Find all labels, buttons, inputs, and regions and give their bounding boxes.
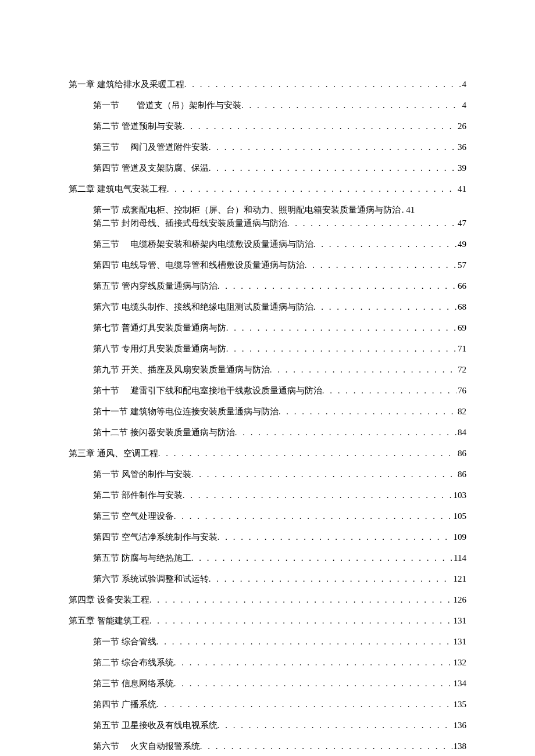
toc-title: 第十节 避雷引下线和配电室接地干线敷设质量通病与防治 [93,385,322,397]
toc-title: 第十一节 建筑物等电位连接安装质量通病与防治 [93,406,279,418]
toc-title: 第二节 综合布线系统 [93,657,174,669]
toc-page-number: 121 [452,573,467,585]
toc-page-number: 126 [452,594,467,606]
toc-leader-dots [217,719,452,732]
toc-page-number: 109 [452,531,467,543]
toc-leader-dots [217,280,456,292]
toc-leader-dots [209,141,456,153]
toc-page-number: 66 [456,280,466,292]
toc-page-number: 76 [456,385,466,397]
toc-title: 第二节 管道预制与安装 [93,120,183,132]
toc-title: 第五节 卫星接收及有线电视系统 [93,719,217,732]
toc-title: 第四节 电线导管、电缆导管和线槽敷设质量通病与防治 [93,259,305,271]
toc-leader-dots [313,301,456,313]
toc-title: 第一章 建筑给排水及采暖工程 [69,78,184,91]
toc-entry: 第四节 空气洁净系统制作与安装109 [93,531,466,543]
toc-leader-dots [313,238,456,250]
toc-title: 第七节 普通灯具安装质量通病与防 [93,322,226,334]
toc-leader-dots [149,594,452,606]
toc-entry: 第五节 卫星接收及有线电视系统136 [93,719,466,732]
toc-leader-dots [217,531,452,543]
toc-page-number: 135 [452,698,467,711]
toc-leader-dots [200,740,452,753]
toc-page-number: 71 [456,343,466,355]
toc-page-number: 114 [452,552,466,564]
toc-page-number: 49 [456,238,466,250]
toc-entry: 第十一节 建筑物等电位连接安装质量通病与防治82 [93,406,466,418]
toc-leader-dots [149,615,452,627]
toc-leader-dots [305,259,456,271]
toc-page-number: 41 [456,183,466,195]
toc-page-number: 26 [456,120,466,132]
toc-leader-dots [226,343,456,355]
toc-entry: 第三节 阀门及管道附件安装36 [93,141,466,153]
toc-title: 第四节 广播系统 [93,698,156,711]
toc-leader-dots [156,636,452,648]
toc-leader-dots [322,385,456,397]
toc-entry: 第五章 智能建筑工程131 [69,615,466,627]
toc-page-number: 4 [461,78,467,91]
toc-entry: 第十节 避雷引下线和配电室接地干线敷设质量通病与防治76 [93,385,466,397]
toc-page-number: 131 [452,636,467,648]
toc-entry: 第三节 空气处理设备105 [93,510,466,522]
toc-page-number: 4 [461,99,467,112]
toc-page-number: 131 [452,615,467,627]
toc-entry: 第九节 开关、插座及风扇安装质量通病与防治72 [93,364,466,376]
toc-leader-dots [209,162,456,174]
toc-leader-dots [209,573,452,585]
toc-entry: 第四节 广播系统135 [93,698,466,711]
toc-entry: 第三章 通风、空调工程86 [69,447,466,460]
toc-leader-dots [226,322,456,334]
toc-entry: 第一章 建筑给排水及采暖工程4 [69,78,466,91]
toc-leader-dots [191,552,452,564]
toc-leader-dots [167,183,456,195]
toc-entry: 第二节 封闭母线、插接式母线安装质量通病与防治47 [93,217,466,230]
toc-title: 第一节 风管的制作与安装 [93,468,191,481]
toc-leader-dots [174,678,452,690]
page: 第一章 建筑给排水及采暖工程4第一节 管道支（吊）架制作与安装4第二节 管道预制… [0,0,535,756]
toc-leader-dots [174,657,452,669]
toc-title: 第一节 成套配电柜、控制柜（屏、台）和动力、照明配电箱安装质量通病与防治 [93,204,401,216]
toc-title: 第十二节 接闪器安装质量通病与防治 [93,427,235,439]
toc-entry: 第七节 普通灯具安装质量通病与防69 [93,322,466,334]
toc-title: 第九节 开关、插座及风扇安装质量通病与防治 [93,364,270,376]
toc-entry: 第四节 管道及支架防腐、保温39 [93,162,466,174]
toc-title: 第四节 空气洁净系统制作与安装 [93,531,217,543]
toc-page-number: 57 [456,259,466,271]
toc-title: 第五节 管内穿线质量通病与防治 [93,280,217,292]
toc-leader-dots [279,406,456,418]
toc-leader-dots [183,489,452,501]
toc-page-number: 72 [456,364,466,376]
toc-entry: 第二节 管道预制与安装26 [93,120,466,132]
toc-leader-dots [287,217,456,230]
toc-page-number: 86 [456,447,466,460]
toc-page-number: 105 [452,510,467,522]
toc-leader-dots [184,78,461,91]
toc-leader-dots [241,99,461,112]
toc-entry: 第十二节 接闪器安装质量通病与防治84 [93,427,466,439]
toc-entry: 第四章 设备安装工程126 [69,594,466,606]
toc-leader-dots [174,510,452,522]
toc-entry: 第二节 部件制作与安装103 [93,489,466,501]
toc-page-number: 136 [452,719,467,732]
toc-title: 第四章 设备安装工程 [69,594,149,606]
toc-page-number: 82 [456,406,466,418]
toc-title: 第三节 电缆桥架安装和桥架内电缆敷设质量通病与防治 [93,238,313,250]
toc-page-number: 86 [456,468,466,481]
toc-title: 第五节 防腐与与绝热施工 [93,552,191,564]
toc-entry: 第六节 电缆头制作、接线和绝缘电阻测试质量通病与防治68 [93,301,466,313]
toc-entry: 第一节 成套配电柜、控制柜（屏、台）和动力、照明配电箱安装质量通病与防治. 41 [93,204,466,216]
toc-title: 第三章 通风、空调工程 [69,447,158,460]
toc-page-number: 103 [452,489,467,501]
toc-leader-dots [191,468,456,481]
toc-title: 第二节 部件制作与安装 [93,489,183,501]
toc-entry: 第一节 管道支（吊）架制作与安装4 [93,99,466,112]
toc-page-number: 134 [452,678,467,690]
toc-entry: 第三节 电缆桥架安装和桥架内电缆敷设质量通病与防治49 [93,238,466,250]
toc-entry: 第一节 风管的制作与安装86 [93,468,466,481]
toc-page-number: 68 [456,301,466,313]
toc-page-number: 138 [452,740,467,753]
toc-page-number: 69 [456,322,466,334]
toc-page-number: 84 [456,427,466,439]
toc-entry: 第一节 综合管线131 [93,636,466,648]
